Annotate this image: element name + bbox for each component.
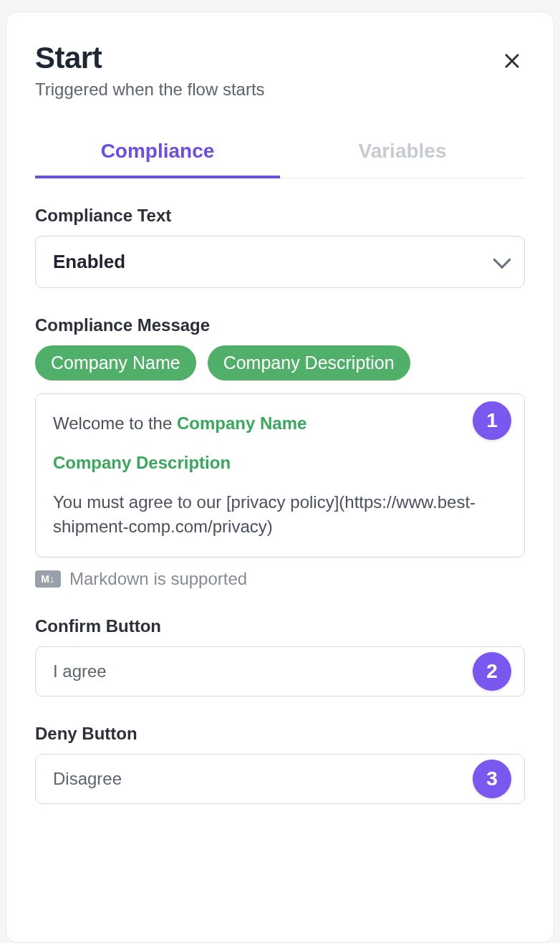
markdown-icon: M↓ [35, 570, 61, 588]
compliance-message-label: Compliance Message [35, 315, 525, 335]
inline-token-company-description: Company Description [53, 453, 231, 472]
panel-title: Start [35, 41, 265, 75]
tab-compliance[interactable]: Compliance [35, 130, 280, 178]
tabs: Compliance Variables [35, 130, 525, 178]
confirm-button-input-wrapper: 2 [35, 646, 525, 697]
message-line-3: You must agree to our [privacy policy](h… [53, 490, 507, 540]
annotation-marker-2: 2 [473, 652, 511, 691]
inline-token-company-name: Company Name [177, 413, 306, 433]
token-company-description[interactable]: Company Description [208, 345, 410, 380]
deny-button-input-wrapper: 3 [35, 754, 525, 804]
header-text: Start Triggered when the flow starts [35, 41, 265, 100]
deny-button-input[interactable] [53, 769, 464, 789]
deny-button-label: Deny Button [35, 724, 525, 744]
variable-token-row: Company Name Company Description [35, 345, 525, 380]
chevron-down-icon [493, 250, 511, 268]
start-node-config-panel: Start Triggered when the flow starts Com… [6, 11, 554, 943]
confirm-button-input[interactable] [53, 661, 464, 681]
token-company-name[interactable]: Company Name [35, 345, 196, 380]
compliance-text-field: Compliance Text Enabled [35, 206, 525, 288]
compliance-message-field: Compliance Message Company Name Company … [35, 315, 525, 589]
tab-variables[interactable]: Variables [280, 130, 525, 178]
compliance-text-select[interactable]: Enabled [35, 236, 525, 288]
compliance-text-label: Compliance Text [35, 206, 525, 226]
confirm-button-label: Confirm Button [35, 616, 525, 636]
message-line-1-text: Welcome to the [53, 413, 177, 433]
confirm-button-field: Confirm Button 2 [35, 616, 525, 697]
markdown-hint: M↓ Markdown is supported [35, 569, 525, 589]
panel-header: Start Triggered when the flow starts [35, 41, 525, 100]
markdown-hint-text: Markdown is supported [69, 569, 247, 589]
close-button[interactable] [499, 47, 525, 78]
compliance-text-value: Enabled [53, 251, 125, 272]
message-line-2: Company Description [53, 451, 507, 476]
panel-subtitle: Triggered when the flow starts [35, 80, 265, 100]
annotation-marker-3: 3 [473, 760, 511, 798]
message-line-1: Welcome to the Company Name [53, 411, 507, 436]
compliance-message-editor[interactable]: 1 Welcome to the Company Name Company De… [35, 393, 525, 557]
close-icon [502, 47, 522, 77]
deny-button-field: Deny Button 3 [35, 724, 525, 804]
